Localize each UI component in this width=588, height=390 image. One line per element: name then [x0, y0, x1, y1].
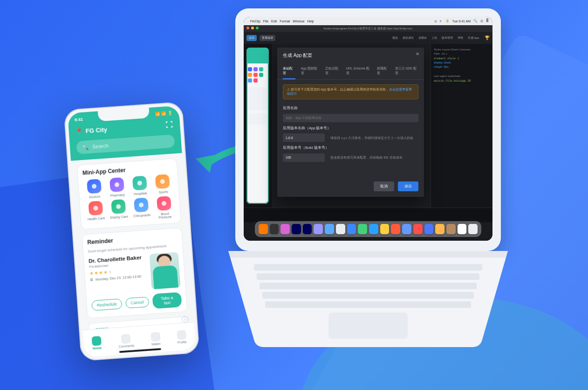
dock-app-icon[interactable] — [280, 224, 290, 234]
menubar-item[interactable]: Help — [307, 20, 314, 23]
dock-app-icon[interactable] — [402, 224, 411, 234]
window-controls[interactable] — [246, 27, 259, 29]
minimize-icon[interactable] — [251, 27, 254, 29]
mini-app-item[interactable]: Elderly Care — [107, 199, 130, 223]
dock-app-icon[interactable] — [380, 224, 390, 234]
dock-app-icon[interactable] — [468, 224, 478, 234]
menubar-time[interactable]: Tue 9:41 AM — [452, 20, 471, 23]
dock-app-icon[interactable] — [336, 224, 345, 234]
info-icon[interactable]: i — [182, 316, 189, 323]
mini-app-item[interactable]: Pharmacy — [106, 177, 128, 197]
ide-toolbar: 编译 普通编译 预览 真机调试 清缓存 上传 版本管理 详情 生成 App 🏆 — [244, 32, 492, 44]
generate-app-dialog: 生成 App 配置 ✕ 基础配置 App 图标配置 启动页配置 URL Sche… — [277, 48, 424, 197]
appname-input[interactable] — [283, 114, 418, 122]
menubar-item[interactable]: File — [263, 20, 268, 23]
dock-app-icon[interactable] — [391, 224, 400, 234]
toolbar-item[interactable]: 版本管理 — [442, 36, 453, 40]
svg-point-13 — [162, 201, 167, 206]
inspector-tabs[interactable]: Styles Layout Event Listeners — [434, 48, 490, 51]
tab-urlscheme[interactable]: URL Scheme 配置 — [346, 63, 371, 79]
spotlight-icon[interactable]: 🔍 — [473, 19, 478, 23]
menubar-item[interactable]: Window — [293, 20, 304, 23]
dock-app-icon[interactable] — [446, 224, 456, 234]
mini-app-card: Mini-App Center DoctorsPharmacyHospitals… — [77, 158, 181, 230]
compile-mode-select[interactable]: 普通编译 — [260, 35, 275, 41]
mini-app-icon — [155, 174, 170, 189]
airplay-icon[interactable]: ⎚ — [435, 20, 437, 23]
dock-app-icon[interactable] — [270, 224, 279, 234]
menu-list-icon[interactable]: ≣ — [486, 19, 489, 23]
stage: FinClip File Edit Format Window Help ⎚ ᯤ… — [0, 0, 588, 390]
compile-button[interactable]: 编译 — [246, 35, 257, 41]
inspector-filter[interactable]: Filter .cls + — [434, 52, 490, 55]
cancel-button[interactable]: Cancel — [125, 297, 149, 308]
dock-app-icon[interactable] — [435, 224, 444, 234]
menubar-item[interactable]: Edit — [271, 20, 277, 23]
zoom-icon[interactable] — [256, 27, 259, 29]
pin-icon: 📍 — [75, 128, 83, 135]
appt-date: Monday, Dec 23 — [96, 276, 121, 282]
version-input[interactable] — [283, 133, 325, 142]
reschedule-button[interactable]: Reshedule — [91, 299, 122, 311]
close-icon[interactable]: ✕ — [416, 51, 419, 56]
tab-permission[interactable]: 权限配置 — [377, 63, 390, 79]
laptop-base — [221, 242, 515, 363]
mini-app-item[interactable]: Doctors — [83, 179, 105, 199]
tabbar-label: Profile — [177, 340, 186, 344]
dock-app-icon[interactable] — [369, 224, 378, 234]
battery-icon[interactable]: 🔋 — [445, 19, 450, 23]
build-input[interactable] — [283, 153, 325, 162]
console-panel[interactable] — [244, 208, 492, 222]
svg-rect-5 — [328, 313, 408, 339]
tabbar-item[interactable]: Wallet — [150, 332, 161, 346]
dock-app-icon[interactable] — [424, 224, 434, 234]
dock-app-icon[interactable] — [314, 224, 323, 234]
dock-app-icon[interactable] — [347, 224, 356, 234]
wifi-icon[interactable]: ᯤ — [439, 20, 443, 23]
toolbar-item[interactable]: 真机调试 — [403, 36, 414, 40]
simulator-panel: iPhone 6/7/8 — [244, 44, 272, 208]
simulator-phone[interactable] — [246, 48, 269, 204]
toolbar-item[interactable]: 清缓存 — [418, 36, 427, 40]
tab-icon[interactable]: App 图标配置 — [301, 63, 320, 79]
dock-app-icon[interactable] — [303, 224, 312, 234]
trophy-icon[interactable]: 🏆 — [485, 35, 490, 40]
scan-icon[interactable] — [165, 120, 174, 130]
dock-app-icon[interactable] — [458, 224, 467, 234]
save-button[interactable]: 保存 — [398, 181, 418, 191]
toolbar-item[interactable]: 生成 App — [468, 36, 479, 40]
mini-app-item[interactable]: Health Care — [84, 201, 107, 224]
dock-app-icon[interactable] — [413, 224, 423, 234]
menubar-app[interactable]: FinClip — [250, 20, 260, 23]
tabbar-item[interactable]: Profile — [177, 330, 187, 344]
style-rule: element.style { — [434, 56, 490, 60]
dock-app-icon[interactable] — [259, 224, 268, 234]
control-center-icon[interactable]: ◎ — [480, 19, 483, 23]
toolbar-item[interactable]: 上传 — [431, 36, 437, 40]
svg-rect-3 — [262, 292, 474, 299]
tab-sdk[interactable]: 第三方 SDK 配置 — [395, 63, 418, 79]
tab-basic[interactable]: 基础配置 — [283, 63, 295, 79]
cancel-button[interactable]: 取消 — [374, 181, 394, 191]
mini-app-label: Sports — [158, 190, 168, 194]
toolbar-item[interactable]: 预览 — [392, 36, 398, 40]
dock-app-icon[interactable] — [325, 224, 334, 234]
doctor-avatar — [149, 252, 180, 289]
dock-app-icon[interactable] — [358, 224, 367, 234]
location-label[interactable]: FG City — [85, 126, 107, 134]
toolbar-item[interactable]: 详情 — [458, 36, 463, 40]
mini-app-item[interactable]: Hospitals — [129, 175, 151, 196]
tabbar-item[interactable]: Home — [92, 336, 102, 350]
take-taxi-button[interactable]: Take a taxi — [152, 292, 182, 309]
dock-app-icon[interactable] — [292, 224, 301, 234]
search-input[interactable]: 🔍 Search — [76, 134, 175, 154]
mini-app-item[interactable]: Sports — [151, 174, 174, 195]
mini-app-item[interactable]: Chiropractic — [130, 197, 153, 221]
close-icon[interactable] — [246, 27, 249, 29]
version-hint: 请保持 x.y.z 方式命名，升级时请保证大于上一次填入的值 — [330, 136, 413, 139]
notice-banner: ⚠ 您可在下方配置您的 App 版本号，以正确通过应用商店审核要求核，点击这里查… — [283, 84, 418, 99]
menubar-item[interactable]: Format — [280, 20, 290, 23]
mini-app-item[interactable]: Blood Pressure — [153, 195, 176, 219]
tabbar-item[interactable]: Comments — [118, 334, 135, 348]
tab-launch[interactable]: 启动页配置 — [325, 63, 341, 79]
